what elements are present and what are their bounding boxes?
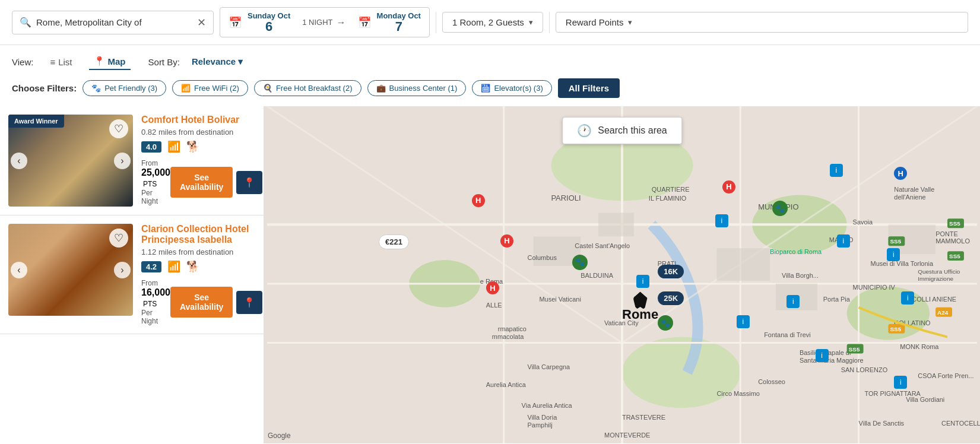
see-avail-label-1: See Availability bbox=[180, 173, 223, 192]
filters-bar: Choose Filters: 🐾 Pet Friendly (3) 📶 Fre… bbox=[0, 75, 980, 106]
h-marker-5[interactable]: H bbox=[722, 180, 735, 194]
elevator-icon: 🛗 bbox=[481, 84, 490, 93]
calendar-icon-to: 📅 bbox=[358, 16, 371, 29]
list-view-option[interactable]: ≡ List bbox=[45, 55, 77, 69]
search-icon: 🔍 bbox=[20, 17, 31, 28]
see-availability-button-1[interactable]: See Availability bbox=[170, 167, 233, 198]
info-marker-7[interactable]: i bbox=[830, 164, 843, 177]
favorite-button-1[interactable]: ♡ bbox=[109, 119, 128, 138]
svg-text:MAMMOLO: MAMMOLO bbox=[935, 237, 970, 245]
svg-text:rmapatico: rmapatico bbox=[498, 325, 527, 332]
filter-business-label: Business Center (1) bbox=[389, 84, 458, 93]
clear-search-button[interactable]: ✕ bbox=[197, 16, 206, 29]
search-input[interactable] bbox=[36, 17, 192, 27]
svg-text:MONK Roma: MONK Roma bbox=[900, 343, 939, 350]
hotel1-from-label: From bbox=[141, 159, 170, 167]
paw-marker-1[interactable]: 🐾 bbox=[572, 255, 588, 270]
pts-25k-marker[interactable]: 25K bbox=[658, 291, 684, 305]
info-marker-4[interactable]: i bbox=[887, 248, 900, 261]
hotel1-per-night: Per Night bbox=[141, 189, 170, 205]
hotel1-distance: 0.82 miles from destination bbox=[141, 128, 262, 137]
all-filters-label: All Filters bbox=[569, 83, 609, 93]
rome-destination-pin[interactable]: Rome bbox=[622, 291, 658, 322]
svg-text:Pamphilj: Pamphilj bbox=[528, 421, 553, 429]
euro-price-marker[interactable]: €221 bbox=[379, 234, 409, 249]
map-placeholder: PARIOLI QUARTIERE IL FLAMINIO MUNICIPIO … bbox=[264, 106, 980, 443]
filter-pet-friendly[interactable]: 🐾 Pet Friendly (3) bbox=[83, 80, 166, 96]
svg-text:SS5: SS5 bbox=[890, 238, 901, 245]
next-image-button-2[interactable]: › bbox=[114, 262, 131, 278]
see-availability-button-2[interactable]: See Availability bbox=[170, 287, 233, 318]
list-view-label: List bbox=[58, 57, 72, 67]
svg-rect-16 bbox=[598, 213, 634, 236]
map-svg: PARIOLI QUARTIERE IL FLAMINIO MUNICIPIO … bbox=[264, 106, 980, 443]
svg-text:Immigrazione: Immigrazione bbox=[918, 275, 953, 282]
wifi-icon: 📶 bbox=[181, 84, 191, 93]
location-button-2[interactable]: 📍 bbox=[236, 291, 262, 314]
night-badge: 1 NIGHT → bbox=[296, 17, 351, 28]
hotel1-rating: 4.0 bbox=[141, 141, 161, 153]
award-badge-text: Award Winner bbox=[14, 118, 58, 125]
divider-1 bbox=[436, 12, 436, 33]
hotel1-actions: See Availability 📍 bbox=[170, 167, 262, 198]
hotel1-name[interactable]: Comfort Hotel Bolivar bbox=[141, 115, 262, 125]
info-marker-6[interactable]: i bbox=[737, 315, 750, 328]
favorite-button-2[interactable]: ♡ bbox=[109, 229, 128, 248]
h-marker-3[interactable]: H bbox=[500, 234, 513, 248]
map-view-label: Map bbox=[108, 56, 126, 66]
sort-value-button[interactable]: Relevance ▾ bbox=[192, 56, 243, 67]
wifi-amenity-icon-1: 📶 bbox=[167, 140, 180, 153]
svg-text:PARIOLI: PARIOLI bbox=[551, 194, 581, 202]
info-marker-8[interactable]: i bbox=[901, 291, 914, 305]
filter-wifi-label: Free WiFi (2) bbox=[194, 84, 239, 93]
filter-breakfast-label: Free Hot Breakfast (2) bbox=[276, 84, 353, 93]
hotel2-price-area: From 16,000 PTS Per Night bbox=[141, 279, 170, 325]
hotel2-name[interactable]: Clarion Collection Hotel Principessa Isa… bbox=[141, 224, 262, 245]
next-image-button-1[interactable]: › bbox=[114, 153, 131, 169]
svg-text:Naturale Valle: Naturale Valle bbox=[894, 186, 934, 193]
rome-pin-label: Rome bbox=[622, 307, 658, 322]
date-from-day: 6 bbox=[265, 20, 272, 33]
google-label: Google bbox=[268, 432, 291, 440]
info-marker-5[interactable]: i bbox=[636, 275, 649, 288]
filter-business-center[interactable]: 💼 Business Center (1) bbox=[367, 80, 467, 96]
pts-16k-marker[interactable]: 16K bbox=[658, 265, 684, 278]
search-box[interactable]: 🔍 ✕ bbox=[12, 11, 214, 34]
all-filters-button[interactable]: All Filters bbox=[558, 78, 620, 98]
hotel-list: Award Winner ♡ ‹ › Comfort Hotel Bolivar… bbox=[0, 106, 264, 443]
reward-points-button[interactable]: Reward Points ▾ bbox=[556, 12, 968, 33]
map-view-option[interactable]: 📍 Map bbox=[89, 53, 131, 70]
room-guests-button[interactable]: 1 Room, 2 Guests ▾ bbox=[442, 12, 543, 33]
date-picker[interactable]: 📅 Sunday Oct 6 1 NIGHT → 📅 Monday Oct 7 bbox=[220, 7, 430, 37]
prev-image-button-1[interactable]: ‹ bbox=[11, 153, 27, 169]
see-avail-label-2: See Availability bbox=[180, 293, 223, 312]
info-marker-10[interactable]: i bbox=[816, 349, 829, 362]
info-marker-3[interactable]: i bbox=[837, 234, 850, 248]
room-guests-label: 1 Room, 2 Guests bbox=[452, 17, 524, 27]
location-button-1[interactable]: 📍 bbox=[236, 171, 262, 194]
hotel2-from-label: From bbox=[141, 279, 170, 287]
svg-text:Santa Maria Maggiore: Santa Maria Maggiore bbox=[800, 357, 864, 364]
svg-text:MUNICIPIO IV: MUNICIPIO IV bbox=[853, 284, 896, 291]
h-marker-1[interactable]: H bbox=[472, 194, 485, 207]
map-pin-icon: 📍 bbox=[94, 56, 105, 66]
svg-text:CENTOCELLE: CENTOCELLE bbox=[941, 420, 980, 427]
info-marker-9[interactable]: i bbox=[894, 376, 907, 389]
svg-text:Via Aurelia Antica: Via Aurelia Antica bbox=[522, 402, 573, 409]
business-icon: 💼 bbox=[376, 84, 386, 93]
filter-free-wifi[interactable]: 📶 Free WiFi (2) bbox=[172, 80, 248, 96]
filter-elevators[interactable]: 🛗 Elevator(s) (3) bbox=[472, 80, 551, 96]
divider-2 bbox=[549, 12, 550, 33]
prev-image-button-2[interactable]: ‹ bbox=[11, 262, 27, 278]
info-marker-2[interactable]: i bbox=[715, 214, 728, 227]
info-marker-1[interactable]: i bbox=[786, 295, 800, 308]
search-this-area-button[interactable]: 🕐 Search this area bbox=[562, 117, 682, 144]
date-to-day: 7 bbox=[395, 20, 402, 33]
svg-text:Columbus: Columbus bbox=[528, 254, 557, 261]
filter-free-hot-breakfast[interactable]: 🍳 Free Hot Breakfast (2) bbox=[254, 80, 361, 96]
filters-label: Choose Filters: bbox=[12, 83, 77, 93]
svg-text:COLLI ANIENE: COLLI ANIENE bbox=[912, 296, 956, 303]
svg-text:Musei di Villa Torlonia: Musei di Villa Torlonia bbox=[871, 260, 934, 267]
filter-elevator-label: Elevator(s) (3) bbox=[494, 84, 543, 93]
map-area[interactable]: PARIOLI QUARTIERE IL FLAMINIO MUNICIPIO … bbox=[264, 106, 980, 443]
